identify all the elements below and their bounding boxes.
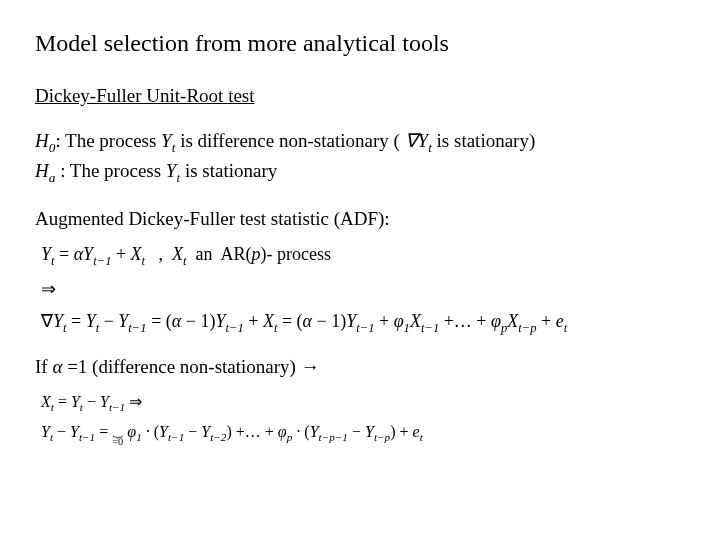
- if-text: If: [35, 356, 52, 377]
- equation-block-1: Yt = αYt−1 + Xt , Xt an AR(p)- process ⇒…: [41, 244, 685, 336]
- h0-text-2: is difference non-stationary (: [175, 130, 404, 151]
- h0-text-3: is stationary): [432, 130, 535, 151]
- hypothesis-h0: H0: The process Yt is difference non-sta…: [35, 129, 685, 156]
- ha-text-1: : The process: [55, 160, 165, 181]
- nabla-icon: ∇: [405, 130, 418, 151]
- hypothesis-ha: Ha : The process Yt is stationary: [35, 160, 685, 186]
- if-alpha-rest: =1 (difference non-stationary): [62, 356, 300, 377]
- underbrace: ⏟ =0: [112, 423, 123, 447]
- h0-text-1: : The process: [55, 130, 161, 151]
- h0-symbol: H0: [35, 130, 55, 151]
- adf-label: Augmented Dickey-Fuller test statistic (…: [35, 208, 685, 230]
- ha-text-2: is stationary: [180, 160, 277, 181]
- equation-3: Xt = Yt − Yt−1 ⇒: [41, 392, 685, 413]
- alpha-symbol: α: [52, 356, 62, 377]
- equation-1: Yt = αYt−1 + Xt , Xt an AR(p)- process: [41, 244, 685, 269]
- yt-symbol-3: Yt: [166, 160, 180, 181]
- equation-block-2: Xt = Yt − Yt−1 ⇒ Yt − Yt−1 = ⏟ =0 φ1 · (…: [41, 392, 685, 448]
- yt-symbol-2: Yt: [418, 130, 432, 151]
- implies-1: ⇒: [41, 278, 685, 300]
- page-title: Model selection from more analytical too…: [35, 30, 685, 57]
- equation-2: ∇Yt = Yt − Yt−1 = (α − 1)Yt−1 + Xt = (α …: [41, 310, 685, 336]
- ha-symbol: Ha: [35, 160, 55, 181]
- equation-4: Yt − Yt−1 = ⏟ =0 φ1 · (Yt−1 − Yt−2) +… +…: [41, 423, 685, 447]
- arrow-icon: →: [301, 356, 320, 377]
- if-alpha-line: If α =1 (difference non-stationary) →: [35, 356, 685, 378]
- yt-symbol: Yt: [161, 130, 175, 151]
- section-heading: Dickey-Fuller Unit-Root test: [35, 85, 685, 107]
